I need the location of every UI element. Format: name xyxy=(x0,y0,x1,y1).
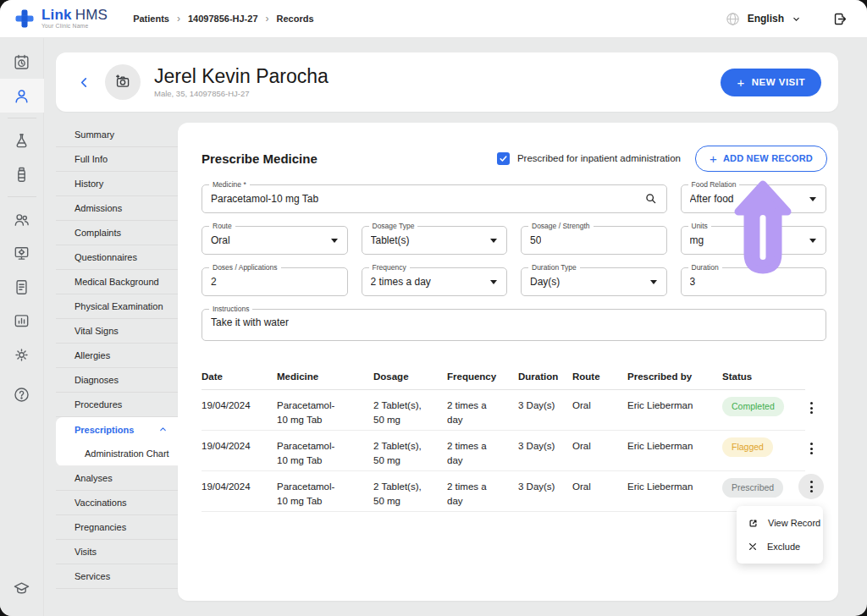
table-header: Date Medicine Dosage Frequency Duration … xyxy=(202,371,805,390)
sidebar-item-analyses[interactable]: Analyses xyxy=(56,466,178,491)
chevron-up-icon xyxy=(158,425,168,434)
sidebar-item-full-info[interactable]: Full Info xyxy=(56,147,178,172)
documents-icon[interactable] xyxy=(0,270,44,304)
prescription-row: 19/04/2024 Paracetamol-10 mg Tab 2 Table… xyxy=(202,431,805,471)
language-selector[interactable]: English xyxy=(725,11,802,27)
dropdown-caret-icon xyxy=(490,239,497,243)
help-icon[interactable] xyxy=(0,377,44,411)
prescriptions-table: Date Medicine Dosage Frequency Duration … xyxy=(202,371,805,512)
chevron-down-icon xyxy=(791,14,802,25)
exclude-menu-item[interactable]: Exclude xyxy=(737,535,823,558)
row-actions-kebab[interactable] xyxy=(805,439,818,458)
prescription-form: Medicine * Paracetamol-10 mg Tab Food Re… xyxy=(202,184,826,341)
education-icon[interactable] xyxy=(0,571,44,605)
breadcrumb-patients[interactable]: Patients xyxy=(133,14,169,24)
sidebar-item-vaccinations[interactable]: Vaccinations xyxy=(56,491,178,515)
patient-header-card: Jerel Kevin Parocha Male, 35, 14097856-H… xyxy=(56,52,838,112)
status-badge: Prescribed xyxy=(722,478,783,498)
prescriptions-group: Prescriptions Administration Chart xyxy=(56,417,178,466)
inpatient-checkbox-label: Prescribed for inpatient administration xyxy=(517,153,681,163)
brand-name: LinkHMS xyxy=(41,8,108,22)
row-context-menu: View Record Exclude xyxy=(737,506,823,564)
patient-avatar[interactable] xyxy=(105,64,141,100)
rail-divider xyxy=(8,118,36,118)
breadcrumb-separator: › xyxy=(177,13,180,25)
reports-icon[interactable] xyxy=(0,304,44,338)
prescription-row: 19/04/2024 Paracetamol-10 mg Tab 2 Table… xyxy=(202,471,805,512)
calendar-icon[interactable] xyxy=(0,45,44,79)
food-relation-select[interactable]: Food Relation After food xyxy=(681,184,827,213)
sidebar-item-prescriptions[interactable]: Prescriptions xyxy=(56,417,178,442)
dropdown-caret-icon xyxy=(490,280,497,284)
route-select[interactable]: Route Oral xyxy=(202,226,348,255)
status-badge: Completed xyxy=(722,397,784,416)
dropdown-caret-icon xyxy=(650,280,657,284)
sidebar-item-complaints[interactable]: Complaints xyxy=(56,221,178,245)
duration-input[interactable]: Duration 3 xyxy=(681,267,827,296)
pharmacy-icon[interactable] xyxy=(0,157,44,191)
status-badge: Flagged xyxy=(722,437,773,457)
row-actions-kebab-active[interactable] xyxy=(798,474,824,499)
dosage-type-select[interactable]: Dosage Type Tablet(s) xyxy=(362,226,508,255)
logout-icon xyxy=(832,11,848,27)
sidebar-item-pregnancies[interactable]: Pregnancies xyxy=(56,515,178,540)
plus-icon: + xyxy=(710,152,717,165)
sidebar-item-physical-examination[interactable]: Physical Examination xyxy=(56,294,178,319)
new-visit-button[interactable]: + NEW VISIT xyxy=(721,69,821,96)
doses-input[interactable]: Doses / Applications 2 xyxy=(202,267,348,296)
dropdown-caret-icon xyxy=(809,197,816,201)
close-icon xyxy=(748,542,758,552)
sidebar-item-procedures[interactable]: Procedures xyxy=(56,393,178,417)
sidebar-item-questionnaires[interactable]: Questionnaires xyxy=(56,245,178,270)
breadcrumb-patient-id[interactable]: 14097856-HJ-27 xyxy=(188,14,258,24)
sidebar-item-administration-chart[interactable]: Administration Chart xyxy=(56,442,178,466)
sidebar-item-vital-signs[interactable]: Vital Signs xyxy=(56,319,178,344)
app-logo: LinkHMS Your Clinic Name xyxy=(14,8,108,30)
globe-icon xyxy=(725,11,741,27)
open-in-new-icon xyxy=(748,518,759,529)
check-icon xyxy=(499,154,508,163)
camera-plus-icon xyxy=(113,73,132,91)
sidebar-item-medical-background[interactable]: Medical Background xyxy=(56,270,178,294)
top-bar: LinkHMS Your Clinic Name Patients › 1409… xyxy=(0,0,867,38)
language-label: English xyxy=(748,13,784,25)
sidebar-item-services[interactable]: Services xyxy=(56,564,178,589)
prescription-row: 19/04/2024 Paracetamol-10 mg Tab 2 Table… xyxy=(202,390,805,431)
frequency-select[interactable]: Frequency 2 times a day xyxy=(362,267,508,296)
staff-icon[interactable] xyxy=(0,202,44,236)
app-window: LinkHMS Your Clinic Name Patients › 1409… xyxy=(0,0,867,616)
dropdown-caret-icon xyxy=(331,239,338,243)
record-sections-menu: Summary Full Info History Admissions Com… xyxy=(56,123,178,589)
sidebar-item-allergies[interactable]: Allergies xyxy=(56,344,178,368)
medicine-field[interactable]: Medicine * Paracetamol-10 mg Tab xyxy=(202,184,667,213)
patient-name: Jerel Kevin Parocha xyxy=(154,66,329,86)
sidebar-item-visits[interactable]: Visits xyxy=(56,540,178,564)
dropdown-caret-icon xyxy=(809,239,816,243)
patient-meta: Male, 35, 14097856-HJ-27 xyxy=(154,89,329,98)
sidebar-item-diagnoses[interactable]: Diagnoses xyxy=(56,368,178,393)
breadcrumb-separator: › xyxy=(266,13,269,25)
clinic-cross-icon xyxy=(14,8,36,30)
sidebar-item-admissions[interactable]: Admissions xyxy=(56,196,178,221)
rail-divider xyxy=(8,196,36,197)
plus-icon: + xyxy=(737,76,744,89)
lab-icon[interactable] xyxy=(0,124,44,157)
sidebar-item-summary[interactable]: Summary xyxy=(56,123,178,147)
add-new-record-button[interactable]: + ADD NEW RECORD xyxy=(695,146,827,172)
settings-icon[interactable] xyxy=(0,338,44,371)
back-button[interactable] xyxy=(73,71,95,93)
duration-type-select[interactable]: Duration Type Day(s) xyxy=(521,267,667,296)
row-actions-kebab[interactable] xyxy=(805,399,818,417)
sidebar-item-history[interactable]: History xyxy=(56,172,178,196)
logout-button[interactable] xyxy=(832,11,848,27)
units-select[interactable]: Units mg xyxy=(681,226,827,255)
dosage-strength-input[interactable]: Dosage / Strength 50 xyxy=(521,226,667,255)
workstation-icon[interactable] xyxy=(0,236,44,270)
view-record-menu-item[interactable]: View Record xyxy=(737,511,823,535)
breadcrumb-records[interactable]: Records xyxy=(277,14,314,24)
instructions-input[interactable]: Instructions Take it with water xyxy=(202,309,826,341)
icon-rail xyxy=(0,38,44,616)
inpatient-checkbox[interactable] xyxy=(497,152,510,165)
search-icon[interactable] xyxy=(644,192,658,206)
patients-icon[interactable] xyxy=(0,79,44,113)
